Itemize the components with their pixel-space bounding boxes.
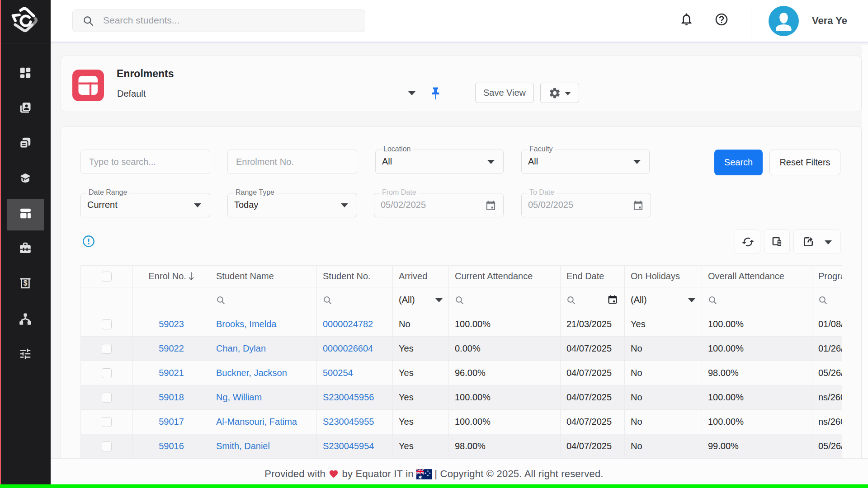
svg-text:$: $ [24, 279, 28, 287]
